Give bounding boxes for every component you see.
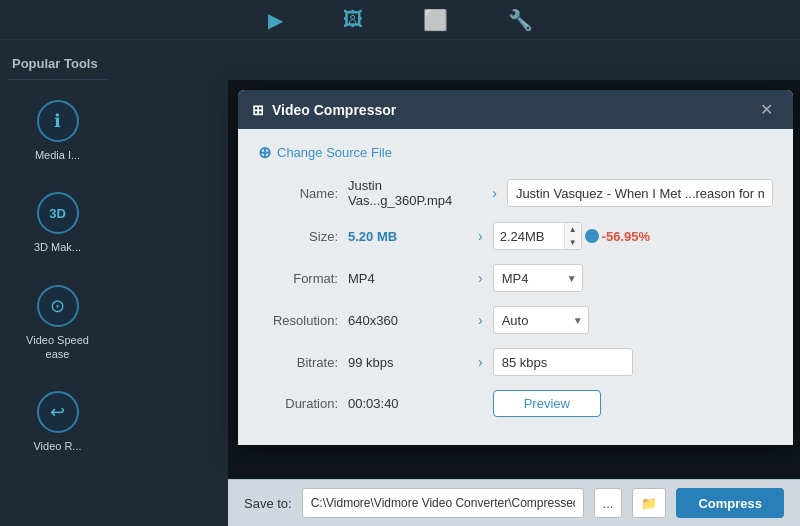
format-original: MP4	[348, 271, 468, 286]
bg-content: ⊞ Video Compressor ✕ ⊕ Change Source Fil…	[115, 40, 800, 526]
size-spinner-buttons: ▲ ▼	[564, 223, 581, 249]
folder-button[interactable]: 📁	[632, 488, 666, 518]
sidebar-item-media-info[interactable]: ℹ Media I...	[8, 90, 107, 172]
size-controls: ▲ ▼ -56.95%	[493, 222, 662, 250]
size-spinner: ▲ ▼	[493, 222, 582, 250]
dots-button[interactable]: ...	[594, 488, 623, 518]
dialog-title: Video Compressor	[272, 102, 396, 118]
preview-button[interactable]: Preview	[493, 390, 601, 417]
sidebar-item-video-speed[interactable]: ⊙ Video Speedease	[8, 275, 107, 372]
format-arrow-icon: ›	[478, 270, 483, 286]
main-area: Popular Tools ℹ Media I... 3D 3D Mak... …	[0, 40, 800, 526]
resolution-original: 640x360	[348, 313, 468, 328]
save-to-label: Save to:	[244, 496, 292, 511]
sidebar-item-video-rotate[interactable]: ↩ Video R...	[8, 381, 107, 463]
size-up-button[interactable]: ▲	[565, 223, 581, 236]
compress-button[interactable]: Compress	[676, 488, 784, 518]
resolution-select[interactable]: Auto 640x360 1280x720	[493, 306, 589, 334]
name-original: Justin Vas...g_360P.mp4	[348, 178, 482, 208]
size-input[interactable]	[494, 223, 564, 249]
plus-icon: ⊕	[258, 143, 271, 162]
dialog-title-left: ⊞ Video Compressor	[252, 102, 396, 118]
bitrate-original: 99 kbps	[348, 355, 468, 370]
media-info-icon: ℹ	[37, 100, 79, 142]
sidebar-item-video-speed-label: Video Speedease	[26, 333, 89, 362]
dialog-close-button[interactable]: ✕	[754, 98, 779, 121]
film-nav-icon[interactable]: ⬜	[423, 8, 448, 32]
format-select-wrap: MP4 AVI MKV ▼	[493, 264, 583, 292]
name-label: Name:	[258, 186, 338, 201]
video-rotate-icon: ↩	[37, 391, 79, 433]
bitrate-label: Bitrate:	[258, 355, 338, 370]
size-row: Size: 5.20 MB › ▲ ▼	[258, 222, 773, 250]
bottom-bar: Save to: ... 📁 Compress	[228, 479, 800, 526]
size-original: 5.20 MB	[348, 229, 468, 244]
format-label: Format:	[258, 271, 338, 286]
sidebar-item-media-info-label: Media I...	[35, 148, 80, 162]
video-speed-icon: ⊙	[37, 285, 79, 327]
resolution-select-wrap: Auto 640x360 1280x720 ▼	[493, 306, 589, 334]
size-slider-thumb[interactable]	[585, 229, 599, 243]
duration-row: Duration: 00:03:40 › Preview	[258, 390, 773, 417]
save-path-input[interactable]	[302, 488, 584, 518]
duration-value: 00:03:40	[348, 396, 468, 411]
resolution-arrow-icon: ›	[478, 312, 483, 328]
play-nav-icon[interactable]: ▶	[268, 8, 283, 32]
dialog-overlay: ⊞ Video Compressor ✕ ⊕ Change Source Fil…	[228, 80, 800, 526]
resolution-row: Resolution: 640x360 › Auto 640x360 1280x…	[258, 306, 773, 334]
tools-nav-icon[interactable]: 🔧	[508, 8, 533, 32]
format-row: Format: MP4 › MP4 AVI MKV ▼	[258, 264, 773, 292]
name-arrow-icon: ›	[492, 185, 497, 201]
top-nav: ▶ 🖼 ⬜ 🔧	[0, 0, 800, 40]
compress-icon: ⊞	[252, 102, 264, 118]
bitrate-row: Bitrate: 99 kbps ›	[258, 348, 773, 376]
size-label: Size:	[258, 229, 338, 244]
change-source-label: Change Source File	[277, 145, 392, 160]
size-down-button[interactable]: ▼	[565, 236, 581, 249]
image-nav-icon[interactable]: 🖼	[343, 8, 363, 31]
size-percent: -56.95%	[602, 229, 662, 244]
size-arrow-icon: ›	[478, 228, 483, 244]
resolution-label: Resolution:	[258, 313, 338, 328]
dialog-body: ⊕ Change Source File Name: Justin Vas...…	[238, 129, 793, 445]
change-source-button[interactable]: ⊕ Change Source File	[258, 143, 392, 162]
dialog-titlebar: ⊞ Video Compressor ✕	[238, 90, 793, 129]
bitrate-new-input[interactable]	[493, 348, 633, 376]
duration-label: Duration:	[258, 396, 338, 411]
3d-maker-icon: 3D	[37, 192, 79, 234]
name-new-input[interactable]	[507, 179, 773, 207]
bitrate-arrow-icon: ›	[478, 354, 483, 370]
sidebar-item-3d-maker[interactable]: 3D 3D Mak...	[8, 182, 107, 264]
format-select[interactable]: MP4 AVI MKV	[493, 264, 583, 292]
sidebar-item-video-rotate-label: Video R...	[33, 439, 81, 453]
name-row: Name: Justin Vas...g_360P.mp4 ›	[258, 178, 773, 208]
sidebar-item-3d-maker-label: 3D Mak...	[34, 240, 81, 254]
sidebar-title: Popular Tools	[8, 52, 107, 80]
video-compressor-dialog: ⊞ Video Compressor ✕ ⊕ Change Source Fil…	[238, 90, 793, 445]
sidebar: Popular Tools ℹ Media I... 3D 3D Mak... …	[0, 40, 115, 526]
